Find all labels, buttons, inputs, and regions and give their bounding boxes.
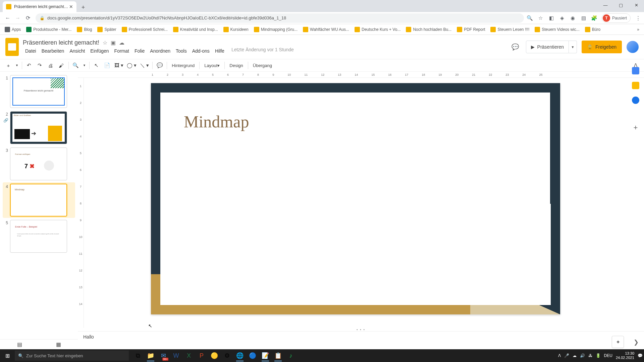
side-panel-toggle[interactable]: ❯	[634, 339, 639, 346]
print-button[interactable]: 🖨	[46, 61, 56, 70]
slide-title[interactable]: Mindmap	[184, 112, 249, 131]
tray-language[interactable]: DEU	[604, 353, 612, 358]
tray-onedrive-icon[interactable]: ☁	[573, 353, 577, 358]
slide-thumb-2[interactable]: Bilder und Grafiken ➔	[10, 111, 67, 144]
notepad-icon[interactable]: 📝	[260, 350, 271, 361]
tray-notifications-icon[interactable]: 💬	[638, 353, 643, 358]
present-dropdown[interactable]: ▼	[569, 41, 577, 53]
present-button[interactable]: ▶ Präsentieren	[526, 41, 569, 53]
image-tool[interactable]: 🖼 ▾	[113, 61, 125, 70]
slide-thumb-1[interactable]: Präsentieren leicht gemacht!	[10, 75, 67, 108]
tab-close-icon[interactable]: ✕	[69, 4, 73, 9]
menu-folie[interactable]: Folie	[132, 47, 147, 55]
bookmark-item[interactable]: Deutsche Kurs + Vo...	[353, 25, 402, 34]
textbox-tool[interactable]: 📄	[102, 61, 112, 70]
mail-icon[interactable]: ✉99+	[158, 350, 169, 361]
speaker-notes[interactable]: Hallo	[78, 331, 644, 349]
menu-datei[interactable]: Datei	[23, 47, 39, 55]
background-button[interactable]: Hintergrund	[169, 61, 197, 70]
url-box[interactable]: 🔒 docs.google.com/presentation/d/1yV372S…	[36, 13, 524, 23]
slides-logo-icon[interactable]	[5, 38, 19, 56]
bookmark-item[interactable]: Später	[95, 25, 118, 34]
chrome-menu-icon[interactable]: ⋮	[635, 15, 641, 21]
bookmark-item[interactable]: Professionell Schrei...	[120, 25, 170, 34]
nav-back[interactable]: ←	[3, 13, 13, 23]
zoom-dropdown[interactable]: ▼	[82, 61, 87, 70]
ext-icon-3[interactable]: ▤	[580, 15, 587, 21]
notes-resize-handle[interactable]: • • •	[78, 328, 644, 331]
star-doc-icon[interactable]: ☆	[103, 40, 107, 46]
bookmark-item[interactable]: Kursideen	[221, 25, 251, 34]
layout-button[interactable]: Layout ▾	[202, 61, 222, 70]
new-slide-button[interactable]: +	[3, 61, 13, 70]
obs-icon[interactable]: ⚙	[221, 350, 233, 361]
powerpoint-icon[interactable]: P	[196, 350, 207, 361]
profile-pill[interactable]: T Pausiert	[602, 13, 631, 23]
tray-mic-icon[interactable]: 🎤	[564, 353, 569, 358]
reader-icon[interactable]: ◧	[548, 15, 555, 21]
bookmark-item[interactable]: Noch hochladen Bu...	[404, 25, 453, 34]
doc-title[interactable]: Präsentieren leicht gemacht!	[23, 39, 99, 46]
zoom-icon[interactable]: 🔍	[527, 15, 533, 21]
chrome-icon[interactable]: 🌐	[234, 350, 246, 361]
start-button[interactable]: ⊞	[0, 349, 15, 362]
bookmark-item[interactable]: Steuern Videos wic...	[533, 25, 582, 34]
tray-network-icon[interactable]: 🖧	[588, 353, 592, 358]
slide-thumb-5[interactable]: Erste Folie – Beispiel Lorem ipsum dolor…	[10, 220, 67, 253]
horizontal-ruler[interactable]: 1234567891011121314151617181920212223242…	[78, 72, 644, 78]
zoom-button[interactable]: 🔍	[71, 61, 81, 70]
nav-forward[interactable]: →	[13, 13, 23, 23]
slide-thumb-3[interactable]: Formen einfügen 7 ✖	[10, 147, 67, 180]
bookmark-item[interactable]: Steuern Lesen !!!!	[488, 25, 531, 34]
explorer-icon[interactable]: 📁	[145, 350, 156, 361]
tasks-icon[interactable]	[632, 97, 639, 104]
ext-icon-1[interactable]: ◈	[559, 15, 566, 21]
bookmark-item[interactable]: Blog	[75, 25, 94, 34]
menu-einfuegen[interactable]: Einfügen	[88, 47, 111, 55]
word-icon[interactable]: W	[170, 350, 182, 361]
add-addon-icon[interactable]: +	[634, 123, 638, 132]
menu-addons[interactable]: Add-ons	[190, 47, 212, 55]
menu-ansicht[interactable]: Ansicht	[67, 47, 87, 55]
keep-icon[interactable]	[632, 82, 639, 89]
bookmarks-overflow[interactable]: »	[635, 26, 641, 33]
calendar-icon[interactable]	[632, 67, 639, 74]
bookmark-item[interactable]: Kreativität und Insp...	[171, 25, 220, 34]
grid-view-icon[interactable]: ▦	[56, 341, 61, 348]
ext-icon-2[interactable]: ◉	[570, 15, 576, 21]
vertical-ruler[interactable]: 1234567891011121314	[78, 78, 84, 328]
slide-canvas[interactable]: Mindmap ↖	[84, 78, 644, 328]
edge-icon[interactable]: 🔵	[247, 350, 258, 361]
window-minimize[interactable]: —	[598, 0, 613, 10]
comment-tool[interactable]: 💬	[155, 61, 165, 70]
undo-button[interactable]: ↶	[24, 61, 34, 70]
star-icon[interactable]: ☆	[537, 15, 544, 21]
slide-thumb-4[interactable]: Mindmap	[10, 184, 67, 217]
bookmark-item[interactable]: Wahlfächer WU Aus...	[301, 25, 351, 34]
tray-battery-icon[interactable]: 🔋	[596, 353, 601, 358]
browser-tab[interactable]: Präsentieren leicht gemacht! - G ✕	[3, 1, 76, 12]
bookmark-item[interactable]: Mindmapping (Gru...	[252, 25, 300, 34]
share-button[interactable]: 🔒 Freigeben	[582, 41, 622, 53]
tray-volume-icon[interactable]: 🔊	[580, 353, 585, 358]
slide-content-area[interactable]: Mindmap	[160, 93, 551, 305]
last-edit[interactable]: Letzte Änderung vor 1 Stunde	[231, 47, 294, 55]
thumbnail-panel[interactable]: 1 Präsentieren leicht gemacht! 2🔗 Bilder…	[0, 72, 78, 349]
cloud-status-icon[interactable]: ☁	[119, 40, 124, 46]
task-view-icon[interactable]: ⧉	[132, 350, 144, 361]
new-slide-dropdown[interactable]: ▼	[14, 61, 20, 70]
filmstrip-view-icon[interactable]: ▤	[17, 341, 22, 348]
move-doc-icon[interactable]: ▣	[111, 40, 116, 46]
nav-reload[interactable]: ⟳	[23, 13, 33, 23]
slide[interactable]: Mindmap	[151, 83, 560, 314]
bookmark-item[interactable]: Produktsuche - Mer...	[24, 25, 73, 34]
app-icon[interactable]: 🟡	[209, 350, 220, 361]
menu-format[interactable]: Format	[112, 47, 131, 55]
redo-button[interactable]: ↷	[35, 61, 45, 70]
menu-bearbeiten[interactable]: Bearbeiten	[39, 47, 67, 55]
line-tool[interactable]: ＼ ▾	[139, 61, 150, 70]
transition-button[interactable]: Übergang	[250, 61, 275, 70]
select-tool[interactable]: ↖	[92, 61, 102, 70]
window-close[interactable]: ✕	[629, 0, 644, 10]
design-button[interactable]: Design	[227, 61, 246, 70]
